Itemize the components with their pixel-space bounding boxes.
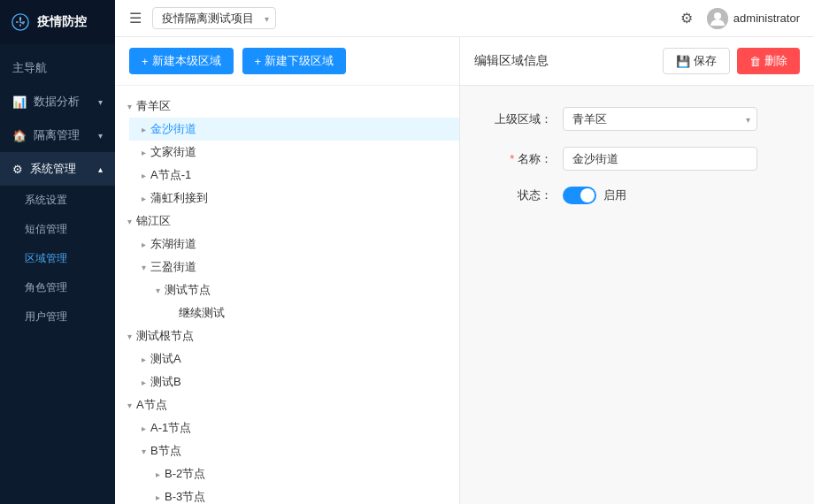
tree-toggle: ▸ xyxy=(136,355,150,364)
tree-row-testb[interactable]: ▸ 测试B xyxy=(129,370,459,393)
tree-content: ▾ 青羊区 ▸ 金沙街道 ▸ 文家街道 ▸ xyxy=(115,86,459,504)
status-value: 启用 xyxy=(603,187,626,203)
status-toggle[interactable] xyxy=(563,187,596,204)
delete-button[interactable]: 🗑 删除 xyxy=(737,48,800,74)
gear-icon[interactable]: ⚙ xyxy=(680,10,693,27)
tree-label: 测试根节点 xyxy=(136,328,452,344)
tree-toggle: ▸ xyxy=(136,424,150,433)
chart-icon: 📊 xyxy=(12,95,27,109)
sidebar-item-data-analysis[interactable]: 📊 数据分析 ▾ xyxy=(0,85,115,118)
tree-row-a1[interactable]: ▸ A-1节点 xyxy=(129,416,459,439)
sidebar-item-user[interactable]: 用户管理 xyxy=(0,302,115,332)
tree-row-testroot[interactable]: ▾ 测试根节点 xyxy=(115,325,459,347)
tree-children-anode: ▸ A-1节点 ▾ B节点 ▸ B-2节点 xyxy=(115,416,459,504)
chevron-down-icon: ▾ xyxy=(98,97,103,107)
sidebar-item-area[interactable]: 区域管理 xyxy=(0,244,115,273)
sidebar-sub-label: 用户管理 xyxy=(25,309,67,325)
name-label: 名称： xyxy=(481,151,552,167)
app-logo: 疫情防控 xyxy=(0,0,115,44)
add-current-button[interactable]: + 新建本级区域 xyxy=(129,48,234,74)
tree-row-qingyang[interactable]: ▾ 青羊区 xyxy=(115,95,459,118)
tree-label: 蒲虹利接到 xyxy=(150,190,452,206)
tree-toggle: ▾ xyxy=(122,401,136,410)
quarantine-icon: 🏠 xyxy=(12,129,27,142)
tree-toggle: ▸ xyxy=(136,378,150,387)
parent-select[interactable]: 青羊区 xyxy=(563,107,757,131)
parent-label: 上级区域： xyxy=(481,111,552,127)
form-row-name: 名称： xyxy=(481,147,793,171)
tree-toggle: ▾ xyxy=(122,102,136,111)
project-select[interactable]: 疫情隔离测试项目 xyxy=(152,7,276,29)
tree-toggle: ▾ xyxy=(136,263,150,272)
tree-row-anode[interactable]: ▾ A节点 xyxy=(115,393,459,416)
parent-select-wrap: 青羊区 xyxy=(563,107,757,131)
logo-icon xyxy=(11,12,30,32)
edit-actions: 💾 保存 🗑 删除 xyxy=(663,48,800,74)
tree-label: 东湖街道 xyxy=(150,236,452,252)
tree-label: 锦江区 xyxy=(136,213,452,229)
delete-label: 删除 xyxy=(764,53,787,69)
tree-row-bnode[interactable]: ▾ B节点 xyxy=(129,439,459,462)
sidebar: 疫情防控 主导航 📊 数据分析 ▾ 🏠 隔离管理 ▾ ⚙ 系统管理 ▴ 系统设置… xyxy=(0,0,115,504)
sidebar-item-system-settings[interactable]: 系统设置 xyxy=(0,186,115,215)
add-sub-button[interactable]: + 新建下级区域 xyxy=(242,48,347,74)
form-row-parent: 上级区域： 青羊区 xyxy=(481,107,793,131)
tree-row-jialing[interactable]: ▸ 蒲虹利接到 xyxy=(129,187,459,210)
tree-label: A-1节点 xyxy=(150,420,452,436)
tree-toggle: ▾ xyxy=(150,286,165,295)
tree-row-testnode[interactable]: ▾ 测试节点 xyxy=(143,279,459,302)
save-button[interactable]: 💾 保存 xyxy=(663,48,730,74)
tree-toggle: ▸ xyxy=(136,171,150,180)
tree-label: 金沙街道 xyxy=(150,121,452,137)
tree-toggle: ▸ xyxy=(136,194,150,203)
tree-row-a-node-1[interactable]: ▸ A节点-1 xyxy=(129,164,459,187)
main-area: ☰ 疫情隔离测试项目 ⚙ administrator xyxy=(115,0,814,504)
tree-node-testnode: ▾ 测试节点 继续测试 xyxy=(143,279,459,325)
tree-row-b2[interactable]: ▸ B-2节点 xyxy=(143,462,459,485)
sidebar-item-main-nav: 主导航 xyxy=(0,51,115,85)
app-title: 疫情防控 xyxy=(37,14,87,30)
delete-icon: 🗑 xyxy=(749,55,761,68)
tree-toggle: ▾ xyxy=(136,447,150,456)
sidebar-nav: 主导航 📊 数据分析 ▾ 🏠 隔离管理 ▾ ⚙ 系统管理 ▴ 系统设置 短信管理… xyxy=(0,44,115,504)
menu-icon[interactable]: ☰ xyxy=(129,10,142,27)
content-area: + 新建本级区域 + 新建下级区域 ▾ 青羊区 ▸ xyxy=(115,37,814,504)
add-current-label: 新建本级区域 xyxy=(152,53,221,69)
avatar xyxy=(707,8,728,29)
tree-row-jinjiang[interactable]: ▾ 锦江区 xyxy=(115,210,459,233)
toggle-wrap: 启用 xyxy=(563,187,626,204)
tree-children-bnode: ▸ B-2节点 ▸ B-3节点 ▸ B-4节点 xyxy=(129,462,459,504)
add-sub-label: 新建下级区域 xyxy=(265,53,334,69)
sidebar-item-role[interactable]: 角色管理 xyxy=(0,273,115,302)
tree-node-qingyang: ▾ 青羊区 ▸ 金沙街道 ▸ 文家街道 ▸ xyxy=(115,95,459,210)
sidebar-item-label: 隔离管理 xyxy=(34,127,80,143)
user-menu[interactable]: administrator xyxy=(707,8,800,29)
tree-label: 文家街道 xyxy=(150,144,452,160)
sidebar-item-system[interactable]: ⚙ 系统管理 ▴ xyxy=(0,152,115,186)
tree-row-sanjing[interactable]: ▾ 三盈街道 xyxy=(129,256,459,279)
plus-icon: + xyxy=(255,55,262,68)
tree-children-sanjing: ▾ 测试节点 继续测试 xyxy=(129,279,459,325)
tree-toggle: ▾ xyxy=(122,217,136,226)
sidebar-item-label: 系统管理 xyxy=(30,161,76,177)
sidebar-item-label: 数据分析 xyxy=(34,94,80,110)
tree-toggle: ▸ xyxy=(136,240,150,249)
tree-node-bnode: ▾ B节点 ▸ B-2节点 ▸ B-3节点 xyxy=(129,439,459,504)
tree-row-donghu[interactable]: ▸ 东湖街道 xyxy=(129,233,459,256)
tree-children-jinjiang: ▸ 东湖街道 ▾ 三盈街道 ▾ xyxy=(115,233,459,325)
tree-toggle: ▸ xyxy=(150,493,165,502)
tree-label: A节点-1 xyxy=(150,167,452,183)
tree-toggle: ▸ xyxy=(136,125,150,134)
form-row-status: 状态： 启用 xyxy=(481,187,793,204)
edit-panel: 编辑区域信息 💾 保存 🗑 删除 上级区域： xyxy=(460,37,814,504)
name-input[interactable] xyxy=(563,147,757,171)
tree-row-b3[interactable]: ▸ B-3节点 xyxy=(143,485,459,504)
tree-row-wenjia[interactable]: ▸ 文家街道 xyxy=(129,141,459,164)
sidebar-item-quarantine[interactable]: 🏠 隔离管理 ▾ xyxy=(0,118,115,152)
tree-row-testa[interactable]: ▸ 测试A xyxy=(129,347,459,370)
tree-row-jinsha[interactable]: ▸ 金沙街道 xyxy=(129,118,459,141)
tree-label: 三盈街道 xyxy=(150,259,452,275)
tree-children-testnode: 继续测试 xyxy=(143,302,459,325)
tree-row-continue-test[interactable]: 继续测试 xyxy=(157,302,459,325)
sidebar-item-sms[interactable]: 短信管理 xyxy=(0,215,115,244)
